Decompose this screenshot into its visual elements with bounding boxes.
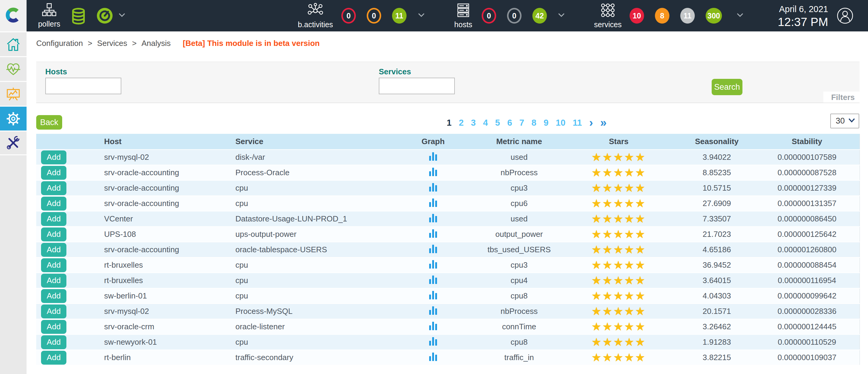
status-badge[interactable]: 0 <box>341 8 356 24</box>
host-cell: srv-oracle-accounting <box>85 180 217 196</box>
graph-icon[interactable] <box>429 337 437 348</box>
status-badge[interactable]: 0 <box>367 8 381 24</box>
add-button[interactable]: Add <box>41 289 66 303</box>
ba-chevron-down-icon[interactable] <box>418 13 425 19</box>
sidebar-item-reporting[interactable] <box>0 81 27 106</box>
add-button[interactable]: Add <box>41 351 66 365</box>
add-button[interactable]: Add <box>41 166 66 180</box>
hosts-filter-input[interactable] <box>45 78 121 94</box>
services-filter-input[interactable] <box>379 78 455 94</box>
stability-cell: 0.000000107589 <box>754 149 860 165</box>
hosts-filter-label: Hosts <box>45 67 67 77</box>
graph-icon[interactable] <box>429 213 437 225</box>
graph-icon[interactable] <box>429 352 437 363</box>
services-chevron-down-icon[interactable] <box>736 13 744 19</box>
graph-cell <box>386 165 480 180</box>
breadcrumb-link[interactable]: Services <box>83 39 127 48</box>
topbar-pollers-group[interactable]: pollers <box>31 3 67 28</box>
centreon-logo[interactable] <box>0 0 27 31</box>
pagination-page[interactable]: 2 <box>459 118 464 128</box>
topbar-services-group[interactable]: services <box>590 3 626 29</box>
add-button[interactable]: Add <box>41 320 66 334</box>
add-button[interactable]: Add <box>41 274 66 288</box>
graph-icon[interactable] <box>429 229 437 240</box>
graph-icon[interactable] <box>429 321 437 332</box>
seasonality-cell: 3.26462 <box>679 319 754 335</box>
stars-cell: ★★★★★ <box>558 165 679 180</box>
metric-cell: output_power <box>480 227 558 242</box>
add-cell: Add <box>36 335 85 350</box>
add-button[interactable]: Add <box>41 228 66 241</box>
pagination-last-icon[interactable]: » <box>600 118 607 127</box>
sidebar-item-monitoring[interactable] <box>0 56 27 81</box>
graph-icon[interactable] <box>429 198 437 209</box>
topbar-ba-group[interactable]: b.activities <box>297 3 334 29</box>
status-badge[interactable]: 0 <box>507 8 522 24</box>
rows-per-page-select[interactable]: 30 <box>830 114 859 128</box>
topbar-hosts-group[interactable]: hosts <box>445 3 482 29</box>
clock-time: 12:37 PM <box>778 16 828 29</box>
status-badge[interactable]: 11 <box>392 8 406 24</box>
status-badge[interactable]: 42 <box>532 8 547 24</box>
stability-cell: 0.000000127339 <box>754 180 860 196</box>
database-status-icon[interactable] <box>71 8 86 26</box>
sidebar-item-home[interactable] <box>0 31 27 56</box>
star-rating: ★★★★★ <box>592 228 646 241</box>
filters-panel-toggle[interactable]: Filters <box>823 91 860 103</box>
status-badge[interactable]: 0 <box>482 8 496 24</box>
add-button[interactable]: Add <box>41 243 66 257</box>
graph-cell <box>386 350 480 365</box>
add-button[interactable]: Add <box>41 335 66 349</box>
sidebar-item-administration[interactable] <box>0 131 27 155</box>
status-badge[interactable]: 10 <box>629 8 644 24</box>
pagination-page[interactable]: 5 <box>495 118 500 128</box>
status-badge[interactable]: 8 <box>655 8 670 24</box>
search-button[interactable]: Search <box>712 79 742 95</box>
graph-icon[interactable] <box>429 152 437 163</box>
sidebar-item-configuration[interactable] <box>0 106 27 131</box>
stability-cell: 0.000000099642 <box>754 288 860 304</box>
stars-cell: ★★★★★ <box>558 304 679 319</box>
add-button[interactable]: Add <box>41 212 66 226</box>
graph-icon[interactable] <box>429 275 437 286</box>
stars-cell: ★★★★★ <box>558 149 679 165</box>
graph-icon[interactable] <box>429 290 437 301</box>
add-button[interactable]: Add <box>41 305 66 318</box>
back-button[interactable]: Back <box>36 115 62 130</box>
add-button[interactable]: Add <box>41 258 66 272</box>
pagination-page[interactable]: 11 <box>573 118 582 128</box>
breadcrumb-link[interactable]: Analysis <box>127 39 171 48</box>
status-badge[interactable]: 300 <box>706 8 722 24</box>
pagination-page[interactable]: 3 <box>471 118 476 128</box>
graph-icon[interactable] <box>429 306 437 317</box>
graph-icon[interactable] <box>429 244 437 255</box>
stability-cell: 0.000000110529 <box>754 335 860 350</box>
star-rating: ★★★★★ <box>592 305 646 318</box>
tools-icon <box>6 135 21 150</box>
pagination-page[interactable]: 9 <box>544 118 548 128</box>
graph-icon[interactable] <box>429 167 437 178</box>
breadcrumb-link[interactable]: Configuration <box>36 39 83 48</box>
add-button[interactable]: Add <box>41 150 66 164</box>
pagination-page[interactable]: 7 <box>519 118 524 128</box>
pagination-page[interactable]: 10 <box>556 118 565 128</box>
hosts-chevron-down-icon[interactable] <box>558 13 565 19</box>
graph-icon[interactable] <box>429 259 437 271</box>
stars-cell: ★★★★★ <box>558 350 679 365</box>
stability-cell: 0.000000109037 <box>754 350 860 365</box>
user-avatar-icon[interactable] <box>837 7 854 25</box>
app-root: pollers <box>0 0 868 374</box>
add-button[interactable]: Add <box>41 181 66 195</box>
latency-gauge-icon[interactable] <box>96 7 113 25</box>
graph-cell <box>386 273 480 288</box>
stability-cell: 0.000000125642 <box>754 227 860 242</box>
pagination-page[interactable]: 6 <box>507 118 512 128</box>
pagination-page[interactable]: 4 <box>483 118 488 128</box>
pagination-next-icon[interactable]: › <box>589 118 593 127</box>
pagination-page[interactable]: 1 <box>447 118 452 128</box>
pollers-chevron-down-icon[interactable] <box>118 13 126 19</box>
pagination-page[interactable]: 8 <box>531 118 536 128</box>
add-button[interactable]: Add <box>41 197 66 210</box>
status-badge[interactable]: 11 <box>680 8 695 24</box>
graph-icon[interactable] <box>429 182 437 194</box>
